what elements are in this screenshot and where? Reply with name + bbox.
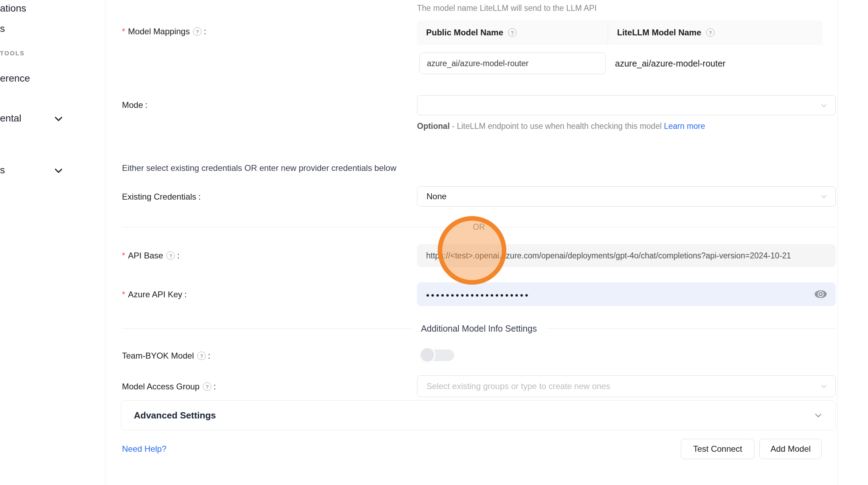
- column-header-litellm-model-name: LiteLLM Model Name ?: [608, 20, 823, 45]
- sidebar-item-label: s: [0, 165, 5, 176]
- model-name-hint: The model name LiteLLM will send to the …: [417, 4, 597, 13]
- api-base-label: * API Base ? :: [122, 251, 179, 261]
- sidebar-item-s1[interactable]: s: [0, 23, 5, 34]
- existing-credentials-select[interactable]: None: [417, 186, 836, 207]
- help-icon[interactable]: ?: [166, 251, 175, 260]
- chevron-down-icon: [814, 411, 823, 420]
- help-icon[interactable]: ?: [203, 382, 211, 391]
- column-header-public-model-name: Public Model Name ?: [417, 20, 608, 45]
- sidebar-item-label: erence: [0, 73, 30, 84]
- mode-select[interactable]: [417, 95, 836, 115]
- help-icon[interactable]: ?: [193, 27, 201, 36]
- required-asterisk: *: [122, 27, 125, 36]
- masked-password-value: •••••••••••••••••••••: [426, 291, 530, 300]
- eye-icon[interactable]: [814, 289, 827, 299]
- content-right-border: [838, 0, 838, 485]
- model-access-group-label: Model Access Group ? :: [122, 382, 216, 392]
- azure-api-key-input[interactable]: •••••••••••••••••••••: [417, 282, 836, 306]
- team-byok-toggle[interactable]: [419, 347, 456, 363]
- sidebar-item-label: ations: [0, 3, 26, 14]
- sidebar-item-label: s: [0, 23, 5, 34]
- required-asterisk: *: [122, 290, 125, 299]
- sidebar-item-ations[interactable]: ations: [0, 3, 26, 14]
- add-model-page: ations s TOOLS erence ental s The model …: [0, 0, 868, 485]
- toggle-knob: [419, 347, 436, 363]
- test-connect-button[interactable]: Test Connect: [681, 439, 754, 459]
- credentials-note: Either select existing credentials OR en…: [122, 163, 396, 173]
- chevron-down-icon: [820, 102, 828, 109]
- advanced-settings-header[interactable]: Advanced Settings: [121, 400, 836, 430]
- advanced-settings-title: Advanced Settings: [134, 410, 216, 421]
- chevron-down-icon: [820, 382, 828, 390]
- help-icon[interactable]: ?: [508, 28, 517, 37]
- model-access-group-select[interactable]: Select existing groups or type to create…: [417, 375, 836, 397]
- azure-api-key-label: * Azure API Key :: [122, 290, 187, 299]
- or-divider: OR: [122, 220, 836, 234]
- table-row: azure_ai/azure-model-router azure_ai/azu…: [417, 45, 823, 82]
- chevron-down-icon: [820, 193, 828, 200]
- api-base-input[interactable]: https://<test>.openai.azure.com/openai/d…: [417, 244, 836, 267]
- sidebar-item-erence[interactable]: erence: [0, 73, 30, 84]
- table-header-row: Public Model Name ? LiteLLM Model Name ?: [417, 20, 823, 45]
- select-placeholder: Select existing groups or type to create…: [426, 381, 610, 391]
- required-asterisk: *: [122, 251, 125, 260]
- mode-help-text: Optional - LiteLLM endpoint to use when …: [417, 119, 711, 133]
- chevron-down-icon: [53, 165, 64, 176]
- public-model-name-input[interactable]: azure_ai/azure-model-router: [419, 53, 606, 74]
- model-mappings-table: Public Model Name ? LiteLLM Model Name ?…: [417, 20, 823, 82]
- mode-label: Mode :: [122, 100, 148, 110]
- litellm-model-name-value: azure_ai/azure-model-router: [608, 58, 823, 69]
- need-help-link[interactable]: Need Help?: [122, 444, 166, 454]
- existing-credentials-label: Existing Credentials :: [122, 192, 201, 202]
- sidebar-item-ental[interactable]: ental: [0, 113, 21, 124]
- model-mappings-label: * Model Mappings ? :: [122, 27, 206, 36]
- sidebar-item-label: ental: [0, 113, 21, 124]
- sidebar-divider: [105, 0, 105, 485]
- chevron-down-icon: [53, 113, 64, 124]
- additional-settings-divider: Additional Model Info Settings: [122, 321, 836, 335]
- help-icon[interactable]: ?: [197, 352, 206, 360]
- learn-more-link[interactable]: Learn more: [664, 122, 705, 131]
- sidebar-item-s2[interactable]: s: [0, 165, 5, 176]
- help-icon[interactable]: ?: [706, 28, 715, 37]
- add-model-button[interactable]: Add Model: [759, 439, 822, 459]
- sidebar-section-tools: TOOLS: [0, 50, 25, 57]
- team-byok-label: Team-BYOK Model ? :: [122, 351, 210, 361]
